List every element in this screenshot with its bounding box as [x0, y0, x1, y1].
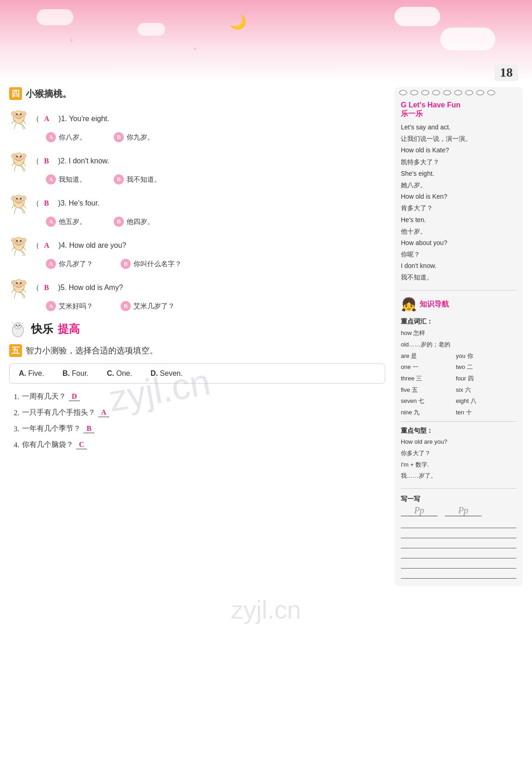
write-guide: Pp Pp	[401, 505, 516, 516]
option-item: B 艾米几岁了？	[121, 301, 175, 311]
exercise-item: （ A )4. How old are you? A 你几岁了？ B 你叫什么名…	[9, 234, 385, 269]
option-letter: B	[121, 301, 131, 311]
pp-guide-1: Pp	[401, 505, 438, 516]
exercise-item: （ A )1. You're eight. A 你八岁。 B 你九岁。	[9, 107, 385, 142]
svg-point-17	[17, 157, 21, 161]
option-item: B 你九岁。	[114, 132, 154, 142]
mouse-icon	[9, 320, 27, 338]
fun-line: 他十岁。	[401, 226, 516, 237]
spiral-hole	[399, 90, 407, 95]
option-letter: B	[114, 174, 124, 184]
sentence-line: I'm + 数字.	[401, 459, 516, 471]
fill-q-num: 2.	[14, 409, 19, 417]
svg-point-7	[20, 113, 22, 115]
sentence-line: 我……岁了。	[401, 470, 516, 482]
monkey-exercises: （ A )1. You're eight. A 你八岁。 B 你九岁。	[9, 107, 385, 311]
option-text: 我知道。	[59, 175, 86, 184]
option-letter: A	[46, 132, 56, 142]
fun-line: How about you?	[401, 237, 516, 249]
section4-header: 四 小猴摘桃。	[9, 87, 385, 100]
vocab-row: one 一two 二	[401, 362, 516, 373]
answer-letter: A	[44, 115, 50, 123]
svg-point-24	[16, 198, 18, 200]
monkey-icon	[9, 192, 28, 215]
write-line-6	[401, 569, 516, 579]
svg-point-48	[19, 325, 20, 326]
cloud-decoration-4	[440, 28, 495, 50]
vocab-row: are 是you 你	[401, 351, 516, 362]
fill-option: B. Four.	[62, 369, 89, 378]
knowledge-title: 知识导航	[420, 300, 449, 309]
fill-q-text: 一周有几天？	[22, 392, 66, 402]
write-section: 写一写 Pp Pp	[394, 492, 523, 581]
star-decoration-1: ✦	[69, 37, 74, 45]
fun-line: I don't know.	[401, 260, 516, 272]
fun-lines: Let's say and act.让我们说一说，演一演。How old is …	[401, 122, 516, 284]
fill-q-num: 1.	[14, 393, 19, 401]
option-item: B 我不知道。	[114, 174, 161, 184]
fun-line: 肯多大了？	[401, 202, 516, 214]
svg-point-8	[17, 115, 21, 118]
vocab-title: 重点词汇：	[401, 316, 516, 328]
option-text: 艾米几岁了？	[133, 302, 175, 311]
option-letter: B	[121, 259, 131, 269]
section5-num: 五	[9, 344, 22, 357]
option-letter: A	[46, 217, 56, 227]
svg-point-44	[17, 284, 21, 287]
page-number: 18	[494, 64, 518, 81]
vocab-row: nine 九ten 十	[401, 407, 516, 418]
spiral-hole	[487, 90, 495, 95]
fill-answer: B	[83, 424, 94, 433]
fill-answer: A	[98, 408, 109, 417]
sidebar-card: G Let's Have Fun 乐一乐 Let's say and act.让…	[394, 87, 523, 586]
options-row: A 艾米好吗？ B 艾米几岁了？	[46, 301, 385, 311]
option-item: A 我知道。	[46, 174, 86, 184]
options-row: A 你几岁了？ B 你叫什么名字？	[46, 259, 385, 269]
vocab-item: you 你	[456, 351, 502, 362]
fun-line: She's eight.	[401, 168, 516, 179]
svg-point-47	[16, 325, 17, 326]
option-text: 你几岁了？	[59, 260, 93, 268]
fun-line: How old is Kate?	[401, 145, 516, 156]
monkey-icon	[9, 150, 28, 173]
fill-question: 3. 一年有几个季节？ B	[14, 424, 385, 434]
vocab-item: two 二	[456, 362, 502, 373]
fill-question: 2. 一只手有几个手指头？ A	[14, 408, 385, 418]
option-letter: B	[114, 217, 124, 227]
fill-answer: C	[76, 441, 87, 449]
vocab-item: four 四	[456, 373, 502, 385]
svg-point-32	[22, 239, 25, 242]
cloud-decoration-2	[138, 23, 165, 36]
vocab-item: nine 九	[401, 407, 447, 418]
option-item: A 他五岁。	[46, 217, 86, 227]
option-letter: B	[114, 132, 124, 142]
fun-line: 你呢？	[401, 249, 516, 260]
question-text: )1. You're eight.	[59, 115, 110, 123]
sentence-line: 你多大了？	[401, 448, 516, 459]
svg-point-4	[12, 112, 15, 115]
vocab-row: five 五six 六	[401, 385, 516, 396]
svg-point-14	[22, 155, 25, 157]
exercise-row: （ B )3. He's four.	[9, 192, 385, 215]
spiral-hole	[410, 90, 418, 95]
options-row: A 你八岁。 B 你九岁。	[46, 132, 385, 142]
option-item: A 艾米好吗？	[46, 301, 93, 311]
answer-bracket: （	[32, 199, 39, 208]
section4-title: 小猴摘桃。	[26, 88, 72, 100]
question-text: )5. How old is Amy?	[58, 284, 123, 292]
svg-point-13	[12, 155, 15, 157]
main-content: 四 小猴摘桃。 （ A )1. You're eight.	[0, 83, 532, 591]
left-column: 四 小猴摘桃。 （ A )1. You're eight.	[9, 87, 385, 586]
sidebar-divider	[401, 290, 516, 290]
right-sidebar: G Let's Have Fun 乐一乐 Let's say and act.让…	[394, 87, 523, 586]
answer-letter: B	[44, 157, 49, 165]
exercise-item: （ B )2. I don't know. A 我知道。 B 我不知道。	[9, 150, 385, 184]
fill-question: 1. 一周有几天？ D	[14, 392, 385, 402]
svg-point-40	[12, 281, 15, 284]
kuaile-header: 快乐 提高	[9, 320, 385, 338]
option-letter: A	[46, 301, 56, 311]
vocab-row: how 怎样	[401, 328, 516, 339]
fun-title: G Let's Have Fun	[401, 101, 516, 109]
fill-option: D. Seven.	[150, 369, 183, 378]
fun-line: How old is Ken?	[401, 191, 516, 202]
